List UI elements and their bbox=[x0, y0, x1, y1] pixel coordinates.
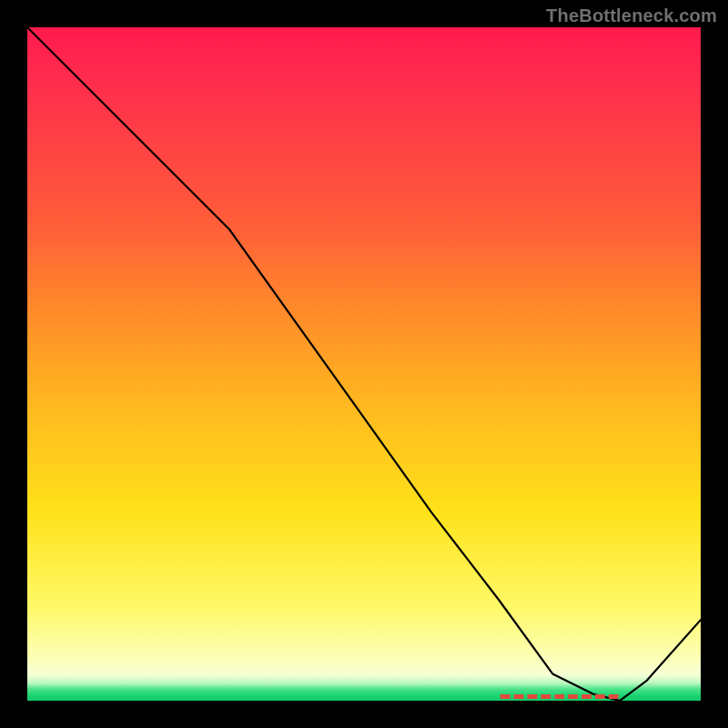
watermark-text: TheBottleneck.com bbox=[546, 5, 717, 26]
chart-stage: TheBottleneck.com bbox=[0, 0, 728, 728]
plot-area bbox=[27, 27, 701, 701]
bottleneck-curve bbox=[27, 27, 701, 701]
optimal-range-marker bbox=[499, 694, 620, 699]
